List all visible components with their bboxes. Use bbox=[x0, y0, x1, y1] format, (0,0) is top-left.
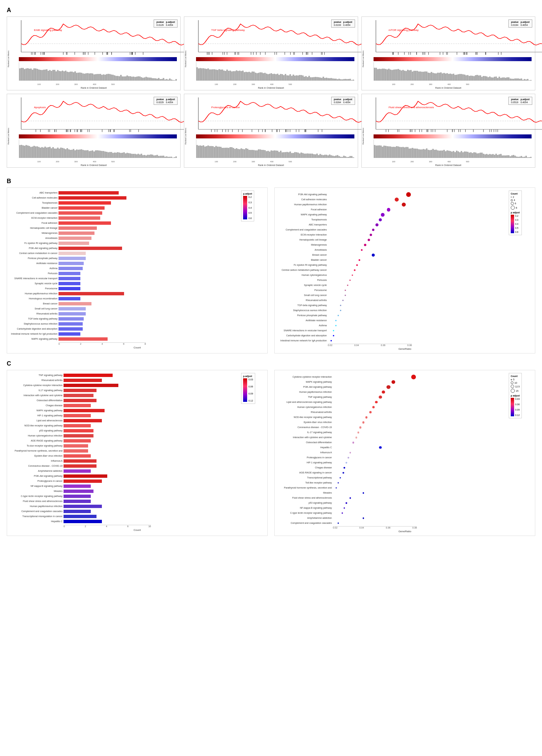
dot-area bbox=[333, 466, 505, 470]
bar-fill bbox=[64, 419, 102, 422]
c-bar-legend-legend-box: p.adjust0.030.060.090.12 bbox=[241, 373, 255, 404]
svg-rect-364 bbox=[472, 76, 473, 81]
svg-rect-505 bbox=[128, 153, 129, 158]
dot-label: Breast cancer bbox=[277, 254, 328, 256]
bar-row: Cell adhesion molecules bbox=[10, 196, 238, 200]
dot-row: Amoebiasis bbox=[277, 248, 505, 252]
dot-row: Human papillomavirus infection bbox=[277, 390, 505, 394]
dot-label: Antifolate resistance bbox=[277, 319, 328, 322]
svg-rect-725 bbox=[407, 147, 408, 158]
svg-rect-621 bbox=[277, 151, 278, 158]
legend-count-value: 6 bbox=[515, 202, 516, 205]
svg-rect-248 bbox=[323, 77, 324, 81]
bar-row: Breast cancer bbox=[10, 301, 238, 306]
bar-fill bbox=[59, 292, 124, 295]
bar-fill bbox=[64, 424, 91, 427]
c-dot-with-legend: Cytokine-cytokine receptor interactionMA… bbox=[277, 373, 532, 529]
svg-rect-54 bbox=[51, 71, 52, 81]
svg-rect-501 bbox=[122, 153, 123, 158]
gsea-xtick-mtor-3: 400 bbox=[448, 83, 451, 85]
svg-rect-607 bbox=[255, 151, 256, 158]
bar-label: ABC transporters bbox=[10, 192, 59, 194]
svg-rect-752 bbox=[450, 151, 451, 158]
svg-rect-639 bbox=[305, 154, 307, 158]
legend-count-value: 15 bbox=[516, 390, 518, 392]
bar-label: Homologous recombination bbox=[10, 297, 59, 300]
svg-rect-669 bbox=[353, 157, 354, 158]
svg-rect-724 bbox=[405, 147, 407, 158]
bar-label: PI3K-Akt signaling pathway bbox=[10, 247, 59, 250]
svg-rect-713 bbox=[388, 146, 389, 158]
bar-fill bbox=[64, 505, 102, 508]
dot bbox=[411, 375, 416, 379]
bar-label: NOD-like receptor signaling pathway bbox=[10, 424, 64, 427]
svg-rect-224 bbox=[285, 74, 286, 81]
gsea-xtick-erbb-1: 200 bbox=[56, 83, 59, 85]
svg-rect-378 bbox=[494, 77, 495, 81]
gsea-xtick-mtor-2: 300 bbox=[429, 83, 432, 85]
dot bbox=[355, 436, 357, 438]
svg-rect-168 bbox=[196, 67, 198, 81]
svg-rect-783 bbox=[498, 154, 500, 158]
dot-row: Asthma bbox=[277, 323, 505, 328]
svg-rect-199 bbox=[245, 72, 247, 81]
legend-count-value: 12.5 bbox=[515, 385, 520, 388]
svg-rect-350 bbox=[450, 74, 451, 81]
svg-rect-212 bbox=[266, 74, 267, 81]
bar-label: IL17 signaling pathway bbox=[10, 389, 64, 392]
dot-color-value: 0.09 bbox=[515, 409, 520, 411]
svg-rect-583 bbox=[217, 146, 218, 158]
svg-rect-584 bbox=[219, 147, 220, 158]
dot-label: p53 signaling pathway bbox=[277, 502, 333, 504]
dot-row: Interaction with cytokine and cytokine bbox=[277, 435, 505, 440]
dot-row: Complement and coagulation cascades bbox=[277, 521, 505, 526]
svg-rect-784 bbox=[500, 154, 501, 158]
svg-rect-226 bbox=[288, 76, 289, 81]
svg-rect-663 bbox=[343, 156, 345, 158]
svg-rect-781 bbox=[495, 154, 497, 158]
svg-rect-771 bbox=[479, 153, 481, 158]
svg-rect-531 bbox=[169, 157, 170, 158]
svg-rect-589 bbox=[227, 148, 228, 158]
bar-label: ECM-receptor interaction bbox=[10, 217, 59, 219]
svg-rect-470 bbox=[73, 149, 74, 158]
dot-row: Human cytomegalovirus bbox=[277, 273, 505, 278]
bar-label: To-due receptor signaling pathway bbox=[10, 445, 64, 447]
svg-rect-792 bbox=[513, 155, 514, 158]
gsea-xlabel-proteoglycans: Rank in Ordered Dataset bbox=[258, 164, 284, 166]
svg-rect-227 bbox=[289, 74, 291, 81]
svg-rect-236 bbox=[304, 77, 305, 81]
bar-label: Staphylococcus aureus infection bbox=[10, 323, 59, 325]
svg-rect-745 bbox=[438, 151, 440, 158]
svg-rect-651 bbox=[324, 155, 325, 158]
svg-rect-633 bbox=[296, 152, 297, 158]
bar-row: NF-kappa B signaling pathway bbox=[10, 484, 238, 489]
bar-label: Measles bbox=[10, 490, 64, 493]
dot-label: NOD-like receptor signaling pathway bbox=[277, 416, 333, 419]
svg-rect-743 bbox=[435, 150, 437, 158]
dot bbox=[346, 502, 347, 504]
bar-label: MAPK signaling pathway bbox=[10, 338, 59, 340]
svg-rect-96 bbox=[117, 76, 118, 81]
svg-rect-55 bbox=[52, 70, 54, 81]
svg-rect-628 bbox=[288, 152, 289, 158]
dot-label: Amoebiasis bbox=[277, 249, 328, 251]
dot bbox=[370, 234, 372, 236]
svg-rect-510 bbox=[136, 154, 137, 158]
dot bbox=[364, 244, 366, 246]
bar-row: Osteoclast differentiation bbox=[10, 398, 238, 403]
svg-rect-498 bbox=[117, 152, 118, 158]
dot-area bbox=[333, 420, 505, 425]
bar-row: Measles bbox=[10, 489, 238, 494]
bar-fill bbox=[59, 327, 83, 331]
gsea-color-bar-proteoglycans bbox=[196, 134, 354, 138]
svg-rect-782 bbox=[497, 155, 498, 158]
svg-rect-572 bbox=[200, 145, 201, 158]
bar-fill bbox=[64, 474, 107, 478]
svg-rect-60 bbox=[60, 71, 62, 81]
svg-rect-217 bbox=[274, 74, 275, 81]
bar-row: TGF-beta signaling pathway bbox=[10, 317, 238, 321]
axis-tick: 0.06 bbox=[381, 344, 386, 346]
svg-rect-638 bbox=[304, 154, 305, 158]
svg-rect-779 bbox=[492, 154, 494, 158]
